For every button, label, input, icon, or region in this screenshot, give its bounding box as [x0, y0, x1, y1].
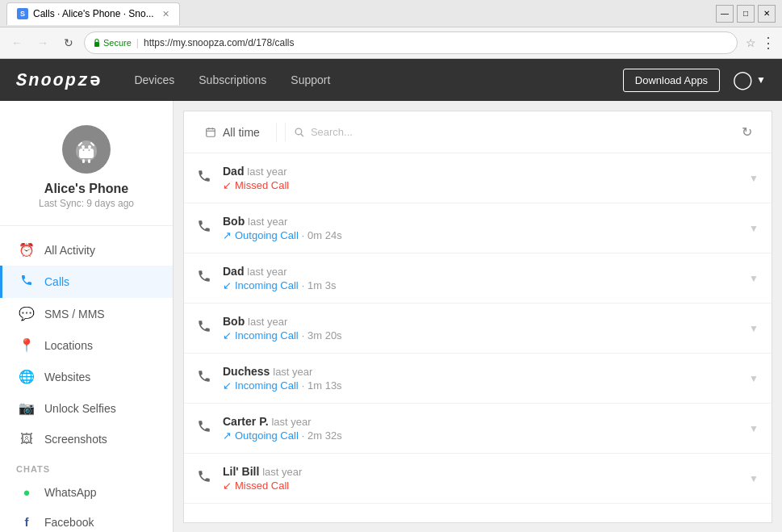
restore-btn[interactable]: □ — [737, 5, 755, 23]
sidebar-item-locations[interactable]: 📍 Locations — [0, 329, 173, 361]
call-details: Lil' Bill last year ↙ Missed Call — [223, 465, 742, 492]
call-chevron-icon[interactable]: ▼ — [749, 473, 759, 484]
call-chevron-icon[interactable]: ▼ — [749, 323, 759, 334]
camera-icon: 📷 — [19, 400, 35, 416]
sms-icon: 💬 — [19, 306, 35, 321]
call-details: Dad last year ↙ Incoming Call · 1m 3s — [223, 265, 742, 291]
call-item[interactable]: Bob last year ↗ Outgoing Call · 0m 24s ▼ — [184, 203, 772, 253]
call-name: Dad last year — [223, 265, 742, 278]
user-account-btn[interactable]: ◯ ▼ — [733, 69, 766, 90]
filter-divider — [276, 123, 277, 142]
call-details: Dad last year ↙ Missed Call — [223, 165, 742, 191]
search-placeholder: Search... — [311, 126, 353, 138]
screenshot-icon: 🖼 — [19, 432, 35, 446]
svg-point-3 — [82, 145, 85, 149]
sidebar-label-whatsapp: WhatsApp — [44, 486, 97, 499]
call-type-label: Outgoing Call — [235, 229, 299, 241]
call-item[interactable]: Dad last year ↙ Missed Call ▼ — [184, 153, 772, 203]
back-btn[interactable]: ← — [6, 32, 27, 53]
call-type-label: Outgoing Call — [235, 429, 299, 442]
call-type: ↙ Incoming Call · 1m 13s — [223, 379, 742, 392]
call-item[interactable]: Dad last year ↙ Incoming Call · 1m 3s ▼ — [184, 253, 772, 304]
sidebar-label-facebook: Facebook — [44, 516, 94, 529]
call-type: ↗ Outgoing Call · 0m 24s — [223, 229, 742, 241]
navbar-right: Download Apps ◯ ▼ — [623, 69, 766, 92]
sidebar-label-calls: Calls — [44, 275, 69, 288]
refresh-nav-btn[interactable]: ↻ — [58, 32, 79, 53]
close-btn[interactable]: ✕ — [758, 5, 776, 23]
svg-point-17 — [295, 128, 302, 135]
call-direction-arrow: ↙ — [223, 480, 232, 492]
call-name: Dad last year — [223, 165, 742, 178]
tab-close-btn[interactable]: ✕ — [162, 9, 169, 19]
browser-tab[interactable]: S Calls · Alice's Phone · Sno... ✕ — [6, 2, 180, 25]
search-box[interactable]: Search... — [285, 123, 727, 141]
nav-support[interactable]: Support — [291, 73, 330, 86]
phone-call-icon — [197, 269, 211, 287]
sidebar-item-facebook[interactable]: f Facebook — [0, 507, 173, 532]
sidebar-item-unlock-selfies[interactable]: 📷 Unlock Selfies — [0, 392, 173, 424]
sidebar-item-all-activity[interactable]: ⏰ All Activity — [0, 234, 173, 266]
sidebar-item-screenshots[interactable]: 🖼 Screenshots — [0, 424, 173, 455]
clock-icon: ⏰ — [19, 242, 35, 258]
call-type: ↙ Incoming Call · 3m 20s — [223, 329, 742, 341]
search-icon — [294, 127, 304, 137]
sidebar-label-sms: SMS / MMS — [44, 308, 105, 320]
tab-title: Calls · Alice's Phone · Sno... — [33, 8, 154, 19]
call-type-label: Missed Call — [235, 480, 289, 492]
refresh-calls-btn[interactable]: ↻ — [735, 121, 759, 143]
sidebar-menu: ⏰ All Activity Calls 💬 SMS / MMS 📍 Locat… — [0, 226, 173, 532]
call-item[interactable]: Bob last year ↙ Incoming Call · 3m 20s ▼ — [184, 304, 772, 354]
call-name: Bob last year — [223, 215, 742, 228]
svg-rect-7 — [79, 151, 82, 157]
call-chevron-icon[interactable]: ▼ — [749, 373, 759, 384]
filter-btn[interactable]: All time — [197, 123, 268, 142]
address-bar[interactable]: Secure | https://my.snoopza.com/d/178/ca… — [84, 31, 738, 54]
call-chevron-icon[interactable]: ▼ — [749, 223, 759, 234]
download-apps-btn[interactable]: Download Apps — [623, 69, 720, 92]
content-area: All time Search... ↻ Dad last year ↙ Mis… — [183, 111, 772, 523]
call-chevron-icon[interactable]: ▼ — [749, 423, 759, 434]
sidebar-label-websites: Websites — [44, 371, 90, 383]
phone-call-icon — [197, 319, 211, 337]
sidebar: Alice's Phone Last Sync: 9 days ago ⏰ Al… — [0, 101, 174, 532]
device-sync: Last Sync: 9 days ago — [39, 198, 134, 209]
call-type: ↗ Outgoing Call · 2m 32s — [223, 429, 742, 442]
nav-subscriptions[interactable]: Subscriptions — [199, 73, 266, 86]
call-duration: · 1m 3s — [302, 279, 337, 291]
call-direction-arrow: ↙ — [223, 329, 232, 341]
call-name: Duchess last year — [223, 365, 742, 378]
window-controls: — □ ✕ — [716, 5, 776, 23]
phone-call-icon — [197, 469, 211, 488]
sidebar-item-calls[interactable]: Calls — [0, 266, 173, 298]
phone-call-icon — [197, 169, 211, 187]
nav-devices[interactable]: Devices — [134, 73, 174, 86]
bookmark-btn[interactable]: ☆ — [746, 36, 756, 49]
sidebar-label-unlock-selfies: Unlock Selfies — [44, 402, 116, 415]
main-content: Alice's Phone Last Sync: 9 days ago ⏰ Al… — [0, 101, 782, 532]
call-duration: · 3m 20s — [302, 329, 342, 341]
call-direction-arrow: ↙ — [223, 179, 232, 191]
browser-menu-btn[interactable]: ⋮ — [761, 34, 776, 52]
sidebar-item-websites[interactable]: 🌐 Websites — [0, 361, 173, 392]
call-item[interactable]: Duchess last year ↙ Incoming Call · 1m 1… — [184, 354, 772, 404]
title-bar-left: S Calls · Alice's Phone · Sno... ✕ — [6, 2, 180, 25]
minimize-btn[interactable]: — — [716, 5, 734, 23]
call-item[interactable]: Carter P. last year ↗ Outgoing Call · 2m… — [184, 404, 772, 454]
calls-list: Dad last year ↙ Missed Call ▼ Bob last y… — [184, 153, 772, 523]
nav-links: Devices Subscriptions Support — [134, 73, 330, 86]
call-item[interactable]: Lil' Bill last year ↙ Missed Call ▼ — [184, 454, 772, 504]
call-direction-arrow: ↗ — [223, 429, 232, 442]
call-duration: · 2m 32s — [302, 429, 342, 442]
forward-btn[interactable]: → — [32, 32, 53, 53]
browser-chrome: S Calls · Alice's Phone · Sno... ✕ — □ ✕… — [0, 0, 782, 59]
sidebar-item-sms[interactable]: 💬 SMS / MMS — [0, 298, 173, 329]
account-chevron-icon: ▼ — [756, 74, 766, 86]
call-type-label: Incoming Call — [235, 379, 299, 392]
app-navbar: Snoopzə Devices Subscriptions Support Do… — [0, 59, 782, 101]
call-chevron-icon[interactable]: ▼ — [749, 273, 759, 284]
sidebar-item-whatsapp[interactable]: ● WhatsApp — [0, 477, 173, 507]
phone-icon — [19, 274, 35, 290]
call-chevron-icon[interactable]: ▼ — [749, 173, 759, 184]
phone-call-icon — [197, 419, 211, 438]
